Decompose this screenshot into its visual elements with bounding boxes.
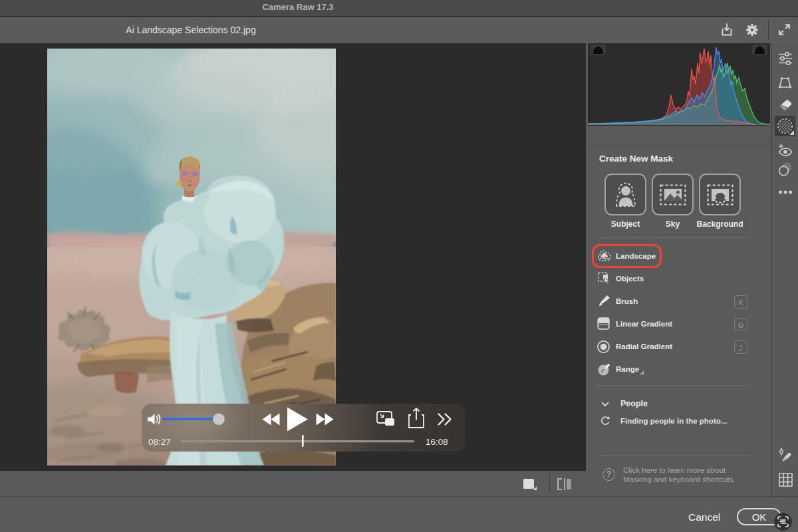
svg-text:16:08: 16:08 (426, 437, 448, 447)
svg-text:08:27: 08:27 (148, 437, 171, 447)
